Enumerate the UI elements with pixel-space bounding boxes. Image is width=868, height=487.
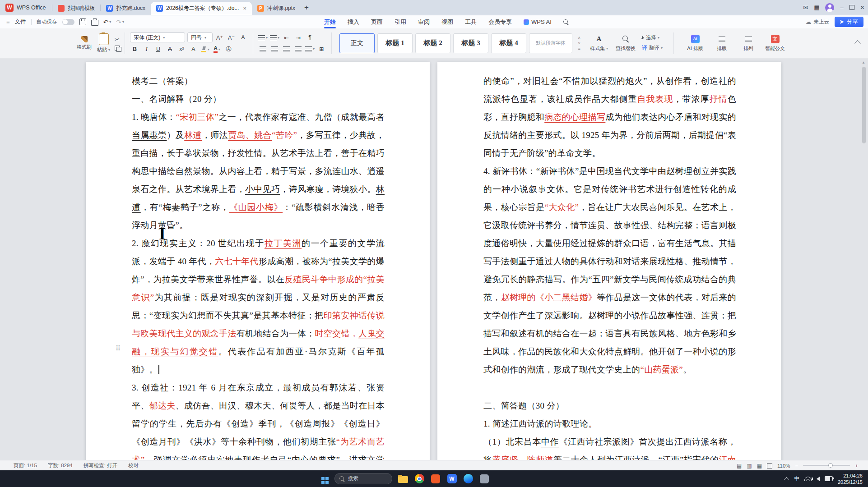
- zoom-percentage[interactable]: 110%: [777, 463, 790, 469]
- doc-paragraph[interactable]: 模考二（答案）: [132, 72, 385, 90]
- user-avatar[interactable]: [825, 3, 834, 12]
- underline-button[interactable]: U: [153, 45, 163, 54]
- align-center-button[interactable]: [270, 44, 279, 53]
- document-area[interactable]: 模考二（答案）一、名词解释（20 分）1. 晚唐体：“宋初三体”之一，代表作家有…: [0, 59, 868, 460]
- smart-official-doc-button[interactable]: 文 智能公文: [765, 34, 785, 52]
- vertical-scrollbar[interactable]: ▲: [861, 59, 867, 460]
- wps-home-tab[interactable]: W WPS Office: [0, 0, 52, 15]
- zoom-out-button[interactable]: −: [795, 463, 798, 469]
- taskbar-app-gray[interactable]: [479, 473, 490, 484]
- justify-button[interactable]: [293, 44, 303, 53]
- font-size-select[interactable]: 四号▾: [187, 32, 213, 42]
- doc-tab-template-store[interactable]: 找招聘模板: [52, 2, 100, 15]
- doc-paragraph[interactable]: 的使命”，对旧社会“不惜加以猛烈的炮火”，从创作看，创造社的流派特色显著，该社成…: [483, 72, 736, 162]
- spellcheck-status[interactable]: 拼写检查: 打开: [84, 462, 117, 469]
- autosave-toggle[interactable]: [62, 19, 74, 25]
- doc-paragraph[interactable]: 3. 创造社：1921 年 6 月在东京成立，最初成员有郭沫若、张资平、郁达夫、…: [132, 379, 385, 460]
- file-menu[interactable]: 文件: [15, 18, 26, 26]
- close-button[interactable]: ×: [860, 4, 864, 12]
- scrollbar-thumb[interactable]: [862, 67, 866, 143]
- taskbar-app-file-explorer[interactable]: [398, 473, 408, 484]
- doc-paragraph[interactable]: 2. 魔幻现实主义：20 世纪出现于拉丁美洲的一个重要的文学流派，发端于 40 …: [132, 234, 385, 379]
- document-page-right[interactable]: 的使命”，对旧社会“不惜加以猛烈的炮火”，从创作看，创造社的流派特色显著，该社成…: [437, 62, 781, 460]
- zoom-in-button[interactable]: +: [855, 463, 858, 469]
- style-body-text[interactable]: 正文: [339, 33, 375, 53]
- paste-button[interactable]: 粘贴▾: [97, 33, 110, 53]
- tab-insert[interactable]: 插入: [348, 15, 359, 28]
- tab-review[interactable]: 审阅: [418, 15, 430, 28]
- paragraph-drag-handle-icon[interactable]: ⠿: [116, 345, 120, 353]
- style-heading-1[interactable]: 标题 1: [377, 33, 413, 53]
- typeset-button[interactable]: 排版: [711, 34, 732, 52]
- print-icon[interactable]: [91, 20, 98, 26]
- proofread-button[interactable]: 校对: [128, 462, 139, 469]
- numbered-list-button[interactable]: ▾: [270, 33, 279, 42]
- tab-home[interactable]: 开始: [324, 15, 336, 28]
- feedback-mail-icon[interactable]: ✉: [803, 4, 808, 11]
- arrange-button[interactable]: 排列: [738, 34, 759, 52]
- shrink-font-button[interactable]: A⁻: [227, 33, 236, 42]
- battery-icon[interactable]: [825, 476, 833, 481]
- decrease-indent-button[interactable]: ⇤: [282, 33, 291, 42]
- zoom-slider-knob[interactable]: [828, 463, 833, 468]
- zoom-slider[interactable]: [803, 465, 850, 466]
- volume-icon[interactable]: [817, 477, 820, 481]
- document-page-left[interactable]: 模考二（答案）一、名词解释（20 分）1. 晚唐体：“宋初三体”之一，代表作家有…: [86, 62, 430, 460]
- align-left-button[interactable]: [258, 44, 268, 53]
- new-tab-button[interactable]: +: [301, 2, 312, 14]
- taskbar-app-orange[interactable]: [430, 473, 441, 484]
- bold-button[interactable]: B: [130, 45, 139, 54]
- minimize-button[interactable]: –: [840, 4, 843, 11]
- show-paragraph-marks-button[interactable]: ¶: [305, 33, 315, 42]
- line-spacing-button[interactable]: ▾: [305, 44, 315, 53]
- grow-font-button[interactable]: A⁺: [215, 33, 224, 42]
- font-name-select[interactable]: 宋体 (正文)▾: [130, 32, 185, 42]
- ai-typeset-button[interactable]: AI AI 排版: [685, 34, 706, 52]
- style-set-button[interactable]: A 样式集▾: [589, 34, 609, 52]
- superscript-button[interactable]: x²: [177, 45, 186, 54]
- fullscreen-icon[interactable]: [767, 463, 772, 469]
- tab-references[interactable]: 引用: [395, 15, 406, 28]
- doc-paragraph[interactable]: 1. 晚唐体：“宋初三体”之一，代表作家有寇准、九僧（成就最高者当属惠崇）及林逋…: [132, 108, 385, 234]
- text-effects-button[interactable]: A: [189, 45, 198, 54]
- hamburger-icon[interactable]: ≡: [6, 18, 10, 25]
- tab-wps-ai[interactable]: WPS AI: [524, 15, 552, 28]
- doc-tab-docx-1[interactable]: W 扑充跑.docx: [101, 2, 151, 15]
- view-mode-3-icon[interactable]: ▦: [757, 463, 762, 469]
- undo-button[interactable]: ↶▾: [103, 18, 111, 26]
- doc-tab-pptx[interactable]: P 冲刺课.pptx: [252, 2, 301, 15]
- redo-button[interactable]: ↷▾: [116, 18, 124, 26]
- highlight-color-button[interactable]: ▾: [200, 45, 210, 54]
- style-default-font[interactable]: 默认段落字体: [529, 33, 572, 53]
- copy-icon[interactable]: [115, 46, 120, 51]
- view-mode-2-icon[interactable]: ▥: [747, 463, 752, 469]
- tab-view[interactable]: 视图: [441, 15, 453, 28]
- wifi-icon[interactable]: [804, 476, 812, 481]
- translate-button[interactable]: 译翻译▾: [642, 44, 663, 52]
- taskbar-app-chrome[interactable]: [414, 473, 425, 484]
- character-border-button[interactable]: Ⓐ: [224, 45, 233, 54]
- ime-indicator[interactable]: 中: [794, 475, 799, 482]
- maximize-button[interactable]: [849, 5, 854, 10]
- tab-close-icon[interactable]: ×: [243, 5, 246, 12]
- view-mode-1-icon[interactable]: ▤: [737, 463, 742, 469]
- collapse-ribbon-icon[interactable]: [854, 40, 861, 46]
- style-heading-3[interactable]: 标题 3: [453, 33, 488, 53]
- doc-tab-active[interactable]: W 2026模考二答案（专硕）.do... ×: [151, 2, 252, 15]
- start-button[interactable]: [321, 477, 325, 480]
- tab-tools[interactable]: 工具: [465, 15, 477, 28]
- cloud-sync-status[interactable]: ☁未上云: [806, 18, 830, 25]
- borders-button[interactable]: ⊞: [317, 44, 326, 53]
- doc-paragraph[interactable]: （1）北宋吕本中作《江西诗社宗派图》首次提出江西诗派名称，将黄庭坚、陈师道等二十…: [483, 433, 736, 460]
- bullet-list-button[interactable]: ▾: [258, 33, 268, 42]
- doc-paragraph[interactable]: 一、名词解释（20 分）: [132, 90, 385, 108]
- format-painter-button[interactable]: 格式刷: [77, 36, 92, 51]
- gallery-down-icon[interactable]: ˅: [576, 41, 582, 46]
- clear-format-button[interactable]: A: [238, 33, 248, 42]
- style-heading-4[interactable]: 标题 4: [491, 33, 526, 53]
- select-button[interactable]: 选择▾: [642, 34, 663, 41]
- word-count[interactable]: 字数: 8294: [48, 462, 73, 469]
- doc-paragraph[interactable]: 1. 简述江西诗派的诗歌理论。: [483, 415, 736, 433]
- italic-button[interactable]: I: [142, 45, 151, 54]
- taskbar-app-edge[interactable]: [463, 473, 473, 484]
